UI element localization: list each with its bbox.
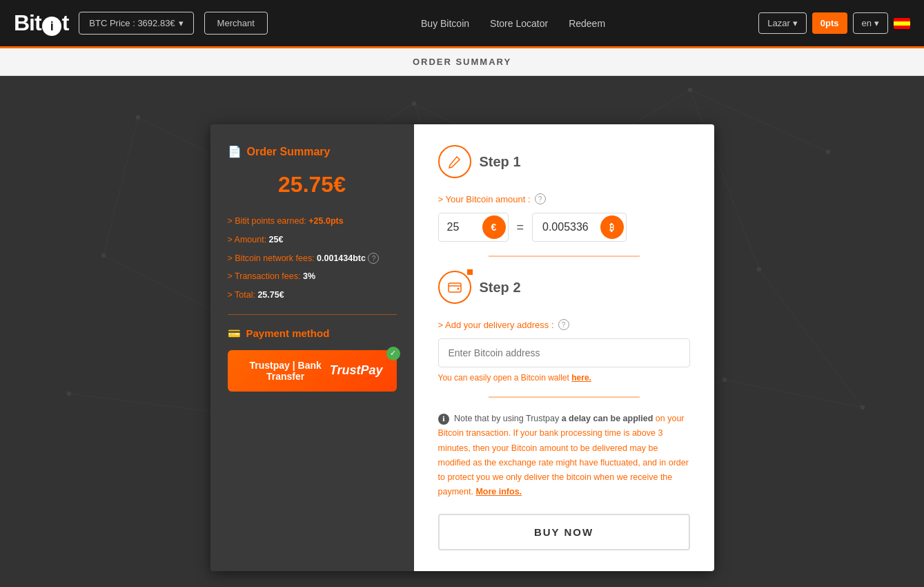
main-content: 📄 Order Summary 25.75€ > Bitit points ea…	[0, 76, 924, 587]
lang-label: en	[862, 18, 872, 28]
note-text-before: Note that by using Trustpay	[454, 414, 562, 423]
amount-row-inputs: € = 0.005336 ₿	[438, 213, 690, 242]
order-summary-label: ORDER SUMMARY	[413, 57, 511, 67]
more-infos-link[interactable]: More infos.	[475, 487, 522, 497]
network-fees-row: > Bitcoin network fees: 0.001434btc ?	[228, 252, 397, 265]
step2-header: Step 2	[438, 271, 690, 304]
bitcoin-amount-label: > Your Bitcoin amount : ?	[438, 193, 690, 204]
total-price: 25.75€	[228, 172, 397, 198]
delivery-address-label: > Add your delivery address : ?	[438, 319, 690, 330]
user-arrow: ▾	[793, 18, 798, 28]
left-panel: 📄 Order Summary 25.75€ > Bitit points ea…	[210, 124, 414, 571]
pencil-icon	[447, 154, 462, 169]
wallet-hint: You can easily open a Bitcoin wallet her…	[438, 373, 690, 383]
divider-1	[228, 314, 397, 315]
amount-label: > Amount:	[228, 235, 269, 244]
main-nav: Buy Bitcoin Store Locator Redeem	[421, 18, 605, 29]
transaction-fees-label: > Transaction fees:	[228, 271, 303, 281]
total-value: 25.75€	[257, 290, 284, 300]
points-value: +25.0pts	[308, 216, 343, 226]
flag-icon	[894, 18, 910, 29]
buy-now-label: BUY NOW	[534, 526, 593, 538]
order-summary-title: 📄 Order Summary	[228, 145, 397, 158]
order-summary-icon: 📄	[228, 145, 242, 158]
btc-result-wrap: 0.005336 ₿	[532, 213, 627, 242]
nav-store-locator[interactable]: Store Locator	[490, 18, 548, 29]
step1-title: Step 1	[480, 154, 521, 170]
total-label: > Total:	[228, 290, 258, 300]
equals-sign: =	[517, 220, 524, 235]
logo-circle: i	[42, 17, 61, 36]
bitcoin-address-input[interactable]	[438, 338, 690, 367]
trustpay-brand: TrustPay	[330, 363, 383, 378]
right-panel: Step 1 > Your Bitcoin amount : ? € = 0.0…	[414, 124, 714, 571]
step2-title: Step 2	[480, 280, 521, 296]
payment-method-label: Payment method	[246, 327, 330, 339]
merchant-label: Merchant	[217, 18, 255, 28]
transaction-fees-row: > Transaction fees: 3%	[228, 270, 397, 283]
trustpay-checkmark: ✓	[386, 347, 400, 360]
delivery-address-label-text: > Add your delivery address :	[438, 320, 554, 330]
bitcoin-amount-label-text: > Your Bitcoin amount :	[438, 194, 531, 204]
amount-row: > Amount: 25€	[228, 233, 397, 247]
step-divider-2	[489, 396, 640, 398]
btc-price-button[interactable]: BTC Price : 3692.83€ ▾	[79, 12, 193, 35]
trustpay-label: Trustpay | Bank Transfer	[242, 360, 330, 382]
network-fees-help-icon[interactable]: ?	[368, 253, 379, 264]
trustpay-wrapper: Trustpay | Bank Transfer TrustPay ✓	[228, 350, 397, 392]
payment-method-icon: 💳	[228, 327, 241, 340]
wallet-icon	[447, 280, 462, 295]
points-label: > Bitit points earned:	[228, 216, 309, 226]
total-row: > Total: 25.75€	[228, 289, 397, 302]
network-fees-value: 0.001434btc	[317, 253, 366, 263]
step1-header: Step 1	[438, 145, 690, 178]
network-fees-label: > Bitcoin network fees:	[228, 253, 317, 263]
nav-redeem[interactable]: Redeem	[569, 18, 605, 29]
points-row: > Bitit points earned: +25.0pts	[228, 215, 397, 228]
header-left: Bitit BTC Price : 3692.83€ ▾ Merchant	[14, 10, 268, 36]
lang-button[interactable]: en ▾	[853, 12, 888, 34]
svg-point-36	[457, 288, 459, 290]
note-section: ℹ Note that by using Trustpay a delay ca…	[438, 412, 690, 500]
wallet-notification-dot	[467, 269, 473, 275]
amount-value: 25€	[269, 235, 284, 244]
btc-result-value: 0.005336	[533, 214, 598, 240]
step2-icon	[438, 271, 471, 304]
wallet-hint-link[interactable]: here.	[571, 373, 591, 383]
nav-buy-bitcoin[interactable]: Buy Bitcoin	[421, 18, 469, 29]
header: Bitit BTC Price : 3692.83€ ▾ Merchant Bu…	[0, 0, 924, 48]
card-container: 📄 Order Summary 25.75€ > Bitit points ea…	[210, 124, 714, 571]
user-label: Lazar	[767, 18, 790, 28]
step1-icon	[438, 145, 471, 178]
address-help-icon[interactable]: ?	[558, 319, 569, 330]
lang-arrow: ▾	[874, 18, 879, 28]
transaction-fees-value: 3%	[303, 271, 315, 281]
trustpay-button[interactable]: Trustpay | Bank Transfer TrustPay	[228, 350, 397, 392]
order-summary-title-text: Order Summary	[247, 146, 331, 158]
user-button[interactable]: Lazar ▾	[758, 12, 807, 34]
note-text-orange: on your Bitcoin transaction. If your ban…	[438, 414, 689, 497]
btc-price-label: BTC Price : 3692.83€	[89, 18, 175, 28]
buy-now-button[interactable]: BUY NOW	[438, 514, 690, 550]
payment-method-title: 💳 Payment method	[228, 327, 397, 340]
opts-label: 0pts	[820, 18, 839, 28]
opts-button[interactable]: 0pts	[812, 12, 847, 34]
header-right: Lazar ▾ 0pts en ▾	[758, 12, 910, 34]
amount-help-icon[interactable]: ?	[535, 193, 546, 204]
order-summary-bar: ORDER SUMMARY	[0, 48, 924, 76]
merchant-button[interactable]: Merchant	[204, 12, 268, 35]
euro-currency-badge: €	[482, 215, 506, 239]
amount-input-wrap: €	[438, 213, 509, 242]
note-text-bold: a delay can be applied	[562, 414, 653, 423]
btc-price-arrow: ▾	[179, 18, 184, 28]
wallet-hint-text: You can easily open a Bitcoin wallet	[438, 373, 569, 383]
logo[interactable]: Bitit	[14, 10, 68, 36]
btc-currency-badge: ₿	[600, 215, 624, 239]
svg-rect-35	[449, 283, 461, 292]
info-icon: ℹ	[438, 414, 449, 425]
step-divider-1	[489, 256, 640, 257]
amount-input[interactable]	[439, 214, 480, 240]
